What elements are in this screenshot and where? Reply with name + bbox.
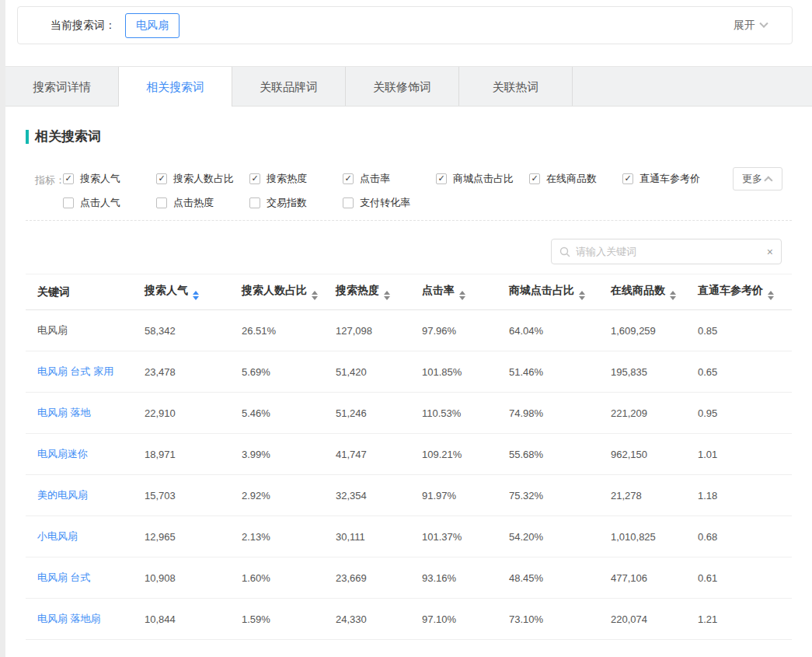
tab-modifier-words[interactable]: 关联修饰词 (346, 67, 459, 107)
keyword-link[interactable]: 电风扇 落地 (26, 393, 133, 434)
column-header-label: 关键词 (37, 285, 70, 298)
column-header[interactable]: 搜索人数占比 (230, 274, 324, 310)
filter-checkbox-item[interactable]: ✓搜索热度 (249, 172, 343, 186)
value-cell: 30,111 (324, 516, 410, 557)
search-row: × (26, 239, 792, 264)
value-cell: 24,330 (324, 599, 410, 640)
checkbox-checked-icon[interactable]: ✓ (529, 173, 540, 184)
expand-label: 展开 (734, 19, 755, 33)
check-mark-icon: ✓ (251, 174, 258, 183)
value-cell: 18,971 (133, 434, 230, 475)
value-cell: 97.96% (410, 310, 497, 351)
value-cell: 97.10% (410, 599, 497, 640)
tab-hot-words[interactable]: 关联热词 (459, 67, 573, 107)
filter-checkbox-item[interactable]: ✓搜索人数占比 (156, 172, 249, 186)
column-header-label: 搜索热度 (336, 284, 379, 296)
checkbox-unchecked-icon[interactable]: ✓ (343, 197, 354, 208)
column-header[interactable]: 点击率 (410, 274, 497, 310)
checkbox-checked-icon[interactable]: ✓ (436, 173, 447, 184)
filter-checkbox-item[interactable]: ✓点击热度 (156, 196, 249, 210)
column-header[interactable]: 搜索人气 (133, 274, 230, 310)
value-cell: 0.65 (686, 351, 792, 393)
keyword-search-box[interactable]: × (551, 239, 782, 264)
column-header[interactable]: 直通车参考价 (686, 274, 792, 310)
filter-rows: ✓搜索人气✓搜索人数占比✓搜索热度✓点击率✓商城点击占比✓在线商品数✓直通车参考… (63, 172, 792, 210)
checkbox-checked-icon[interactable]: ✓ (343, 173, 354, 184)
value-cell: 12,965 (133, 516, 230, 557)
checkbox-unchecked-icon[interactable]: ✓ (249, 197, 260, 208)
related-keywords-table: 关键词搜索人气搜索人数占比搜索热度点击率商城点击占比在线商品数直通车参考价 电风… (26, 274, 792, 640)
sort-icon[interactable] (384, 291, 390, 300)
page-left-gutter (0, 0, 5, 657)
metric-filters: 指标： ✓搜索人气✓搜索人数占比✓搜索热度✓点击率✓商城点击占比✓在线商品数✓直… (26, 172, 792, 210)
value-cell: 64.04% (497, 310, 599, 351)
filter-checkbox-item[interactable]: ✓在线商品数 (529, 172, 622, 186)
value-cell: 1.59% (230, 599, 324, 640)
checkbox-checked-icon[interactable]: ✓ (249, 173, 260, 184)
filter-row-1: ✓搜索人气✓搜索人数占比✓搜索热度✓点击率✓商城点击占比✓在线商品数✓直通车参考… (63, 172, 792, 186)
checkbox-unchecked-icon[interactable]: ✓ (63, 197, 74, 208)
sort-icon[interactable] (768, 291, 774, 300)
sort-icon[interactable] (579, 291, 585, 300)
value-cell: 127,098 (324, 310, 410, 351)
keyword-search-input[interactable] (576, 246, 767, 257)
value-cell: 109.21% (410, 434, 497, 475)
value-cell: 221,209 (599, 393, 686, 434)
keyword-link[interactable]: 电风扇 台式 家用 (26, 351, 133, 393)
value-cell: 2.13% (230, 516, 324, 557)
column-header[interactable]: 在线商品数 (599, 274, 686, 310)
sort-icon[interactable] (459, 291, 465, 300)
filter-checkbox-item[interactable]: ✓交易指数 (249, 196, 343, 210)
expand-button[interactable]: 展开 (734, 19, 767, 33)
value-cell: 477,106 (599, 557, 686, 599)
value-cell: 1,609,259 (599, 310, 686, 351)
value-cell: 26.51% (230, 310, 324, 351)
filter-checkbox-item[interactable]: ✓搜索人气 (63, 172, 156, 186)
clear-search-icon[interactable]: × (767, 246, 773, 257)
filter-checkbox-item[interactable]: ✓直通车参考价 (622, 172, 716, 186)
more-label: 更多 (742, 172, 762, 186)
title-accent-bar (26, 130, 29, 144)
column-header-label: 搜索人数占比 (242, 284, 307, 296)
sort-icon[interactable] (312, 291, 318, 300)
value-cell: 1.60% (230, 557, 324, 599)
more-button[interactable]: 更多 (733, 167, 782, 190)
check-mark-icon: ✓ (344, 174, 351, 183)
column-header-label: 搜索人气 (145, 284, 188, 296)
value-cell: 101.37% (410, 516, 497, 557)
tab-search-term-detail[interactable]: 搜索词详情 (5, 67, 119, 107)
sort-icon[interactable] (670, 291, 676, 300)
filter-checkbox-item[interactable]: ✓支付转化率 (343, 196, 436, 210)
tab-brand-words[interactable]: 关联品牌词 (232, 67, 346, 107)
value-cell: 73.10% (497, 599, 599, 640)
tab-related-search-words[interactable]: 相关搜索词 (119, 67, 232, 107)
column-header: 关键词 (26, 274, 133, 310)
table-header-row: 关键词搜索人气搜索人数占比搜索热度点击率商城点击占比在线商品数直通车参考价 (26, 274, 792, 310)
section-title: 相关搜索词 (26, 128, 792, 145)
checkbox-checked-icon[interactable]: ✓ (622, 173, 633, 184)
filter-checkbox-item[interactable]: ✓点击率 (343, 172, 436, 186)
filter-label: 点击人气 (80, 196, 120, 210)
value-cell: 5.69% (230, 351, 324, 393)
current-search-term-chip[interactable]: 电风扇 (125, 13, 179, 38)
current-search-card: 当前搜索词： 电风扇 展开 (17, 6, 793, 44)
keyword-link[interactable]: 电风扇 落地扇 (26, 599, 133, 640)
current-search-label: 当前搜索词： (51, 19, 116, 33)
sort-icon[interactable] (193, 291, 199, 300)
filter-checkbox-item[interactable]: ✓商城点击占比 (436, 172, 529, 186)
check-mark-icon: ✓ (64, 174, 71, 183)
chevron-up-icon (764, 176, 772, 184)
value-cell: 51,420 (324, 351, 410, 393)
value-cell: 962,150 (599, 434, 686, 475)
keyword-link[interactable]: 电风扇迷你 (26, 434, 133, 475)
keyword-link[interactable]: 小电风扇 (26, 516, 133, 557)
column-header[interactable]: 商城点击占比 (497, 274, 599, 310)
value-cell: 0.85 (686, 310, 792, 351)
checkbox-unchecked-icon[interactable]: ✓ (156, 197, 167, 208)
keyword-link[interactable]: 美的电风扇 (26, 475, 133, 516)
checkbox-checked-icon[interactable]: ✓ (156, 173, 167, 184)
keyword-link[interactable]: 电风扇 台式 (26, 557, 133, 599)
column-header[interactable]: 搜索热度 (324, 274, 410, 310)
value-cell: 101.85% (410, 351, 497, 393)
filter-checkbox-item[interactable]: ✓点击人气 (63, 196, 156, 210)
